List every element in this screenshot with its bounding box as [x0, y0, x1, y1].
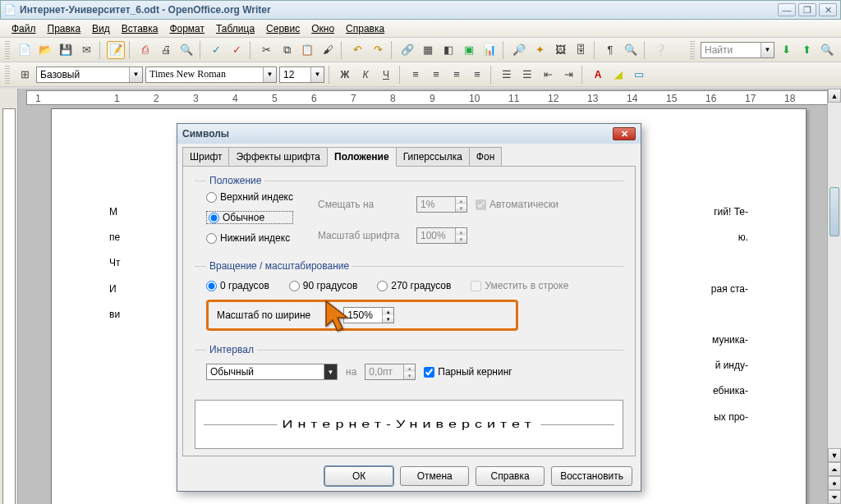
- tab-background[interactable]: Фон: [469, 147, 502, 166]
- menu-tools[interactable]: Сервис: [261, 21, 305, 36]
- cancel-button[interactable]: Отмена: [400, 466, 469, 486]
- align-right-icon[interactable]: ≡: [448, 66, 466, 84]
- align-justify-icon[interactable]: ≡: [468, 66, 486, 84]
- horizontal-ruler[interactable]: 1123456789101112131415161718: [26, 90, 833, 105]
- preview-icon[interactable]: 🔍: [177, 41, 195, 59]
- scroll-down-icon[interactable]: ▼: [828, 448, 841, 462]
- next-page-icon[interactable]: ⏷: [828, 490, 841, 504]
- nav-ball-icon[interactable]: ●: [828, 476, 841, 490]
- font-color-icon[interactable]: А: [589, 66, 607, 84]
- menu-file[interactable]: Файл: [7, 21, 41, 36]
- help-icon[interactable]: ❔: [651, 41, 669, 59]
- table-icon[interactable]: ▦: [419, 41, 437, 59]
- radio-subscript[interactable]: Нижний индекс: [206, 232, 293, 244]
- menu-format[interactable]: Формат: [164, 21, 209, 36]
- zoom-icon[interactable]: 🔍: [622, 41, 640, 59]
- italic-icon[interactable]: К: [356, 66, 375, 84]
- tab-hyperlink[interactable]: Гиперссылка: [396, 147, 470, 166]
- toolbar-grip[interactable]: [5, 41, 10, 59]
- gallery-icon[interactable]: 🖼: [551, 41, 569, 59]
- paragraph-style-combo[interactable]: Базовый ▼: [36, 66, 143, 83]
- font-size-combo[interactable]: 12 ▼: [279, 66, 324, 83]
- indent-inc-icon[interactable]: ⇥: [559, 66, 577, 84]
- toolbar-grip-2[interactable]: [5, 66, 10, 84]
- radio-normal[interactable]: Обычное: [206, 211, 293, 224]
- align-left-icon[interactable]: ≡: [407, 66, 425, 84]
- pdf-icon[interactable]: ⎙: [136, 41, 154, 59]
- edit-icon[interactable]: 📝: [107, 41, 125, 59]
- highlight-icon[interactable]: ◢: [609, 66, 627, 84]
- chevron-down-icon[interactable]: ▼: [263, 67, 276, 82]
- datasource-icon[interactable]: 🗄: [572, 41, 590, 59]
- spacing-combo[interactable]: Обычный ▼: [206, 364, 338, 380]
- chevron-down-icon[interactable]: ▼: [310, 67, 324, 82]
- chevron-down-icon[interactable]: ▼: [761, 43, 774, 57]
- find-close-icon[interactable]: 🔍: [818, 41, 836, 59]
- bgcolor-icon[interactable]: ▭: [630, 66, 648, 84]
- chevron-down-icon[interactable]: ▼: [324, 364, 337, 379]
- bold-icon[interactable]: Ж: [336, 66, 354, 84]
- scalewidth-spinner[interactable]: 150%▲▼: [343, 307, 394, 323]
- autocheck-icon[interactable]: ✓: [227, 41, 246, 59]
- menu-table[interactable]: Таблица: [211, 21, 260, 36]
- radio-90deg[interactable]: 90 градусов: [289, 280, 357, 291]
- vertical-scrollbar[interactable]: ▲ ▼ ⏶ ● ⏷: [827, 89, 841, 504]
- paste-icon[interactable]: 📋: [298, 41, 316, 59]
- close-button[interactable]: ✕: [819, 3, 837, 16]
- menu-insert[interactable]: Вставка: [117, 21, 163, 36]
- radio-0deg[interactable]: 0 градусов: [206, 280, 269, 291]
- new-doc-icon[interactable]: 📄: [16, 41, 34, 59]
- ok-button[interactable]: ОК: [324, 466, 393, 486]
- save-icon[interactable]: 💾: [57, 41, 75, 59]
- align-center-icon[interactable]: ≡: [427, 66, 445, 84]
- brush-icon[interactable]: 🖌: [319, 41, 337, 59]
- tab-position[interactable]: Положение: [327, 147, 397, 167]
- styles-icon[interactable]: ⊞: [16, 66, 34, 84]
- radio-superscript[interactable]: Верхний индекс: [206, 191, 293, 203]
- numbering-icon[interactable]: ☰: [498, 66, 516, 84]
- underline-icon[interactable]: Ч: [377, 66, 395, 84]
- font-name-combo[interactable]: Times New Roman ▼: [145, 66, 277, 83]
- chart-icon[interactable]: 📊: [480, 41, 499, 59]
- dialog-close-button[interactable]: ✕: [613, 127, 636, 140]
- nonprint-icon[interactable]: ¶: [601, 41, 619, 59]
- tab-font[interactable]: Шрифт: [182, 147, 229, 166]
- copy-icon[interactable]: ⧉: [278, 41, 296, 59]
- print-icon[interactable]: 🖨: [157, 41, 175, 59]
- find-grip[interactable]: [690, 41, 695, 59]
- menu-view[interactable]: Вид: [87, 21, 115, 36]
- scroll-up-icon[interactable]: ▲: [828, 89, 841, 103]
- checkbox-pair-kerning[interactable]: Парный кернинг: [424, 366, 512, 378]
- indent-dec-icon[interactable]: ⇤: [539, 66, 557, 84]
- menu-window[interactable]: Окно: [306, 21, 339, 36]
- help-button[interactable]: Справка: [476, 466, 545, 486]
- maximize-button[interactable]: ❐: [798, 3, 816, 16]
- undo-icon[interactable]: ↶: [348, 41, 366, 59]
- email-icon[interactable]: ✉: [77, 41, 95, 59]
- spinner-buttons[interactable]: ▲▼: [382, 308, 393, 323]
- scroll-thumb[interactable]: [830, 187, 839, 236]
- find-prev-icon[interactable]: ⬆: [797, 41, 816, 59]
- bullets-icon[interactable]: ☰: [518, 66, 536, 84]
- cut-icon[interactable]: ✂: [257, 41, 275, 59]
- prev-page-icon[interactable]: ⏶: [828, 462, 841, 476]
- menu-edit[interactable]: Правка: [43, 21, 86, 36]
- chevron-down-icon[interactable]: ▼: [129, 67, 142, 82]
- dialog-titlebar[interactable]: Символы ✕: [177, 124, 641, 144]
- find-next-icon[interactable]: ⬇: [777, 41, 795, 59]
- hyperlink-icon[interactable]: 🔗: [398, 41, 416, 59]
- open-icon[interactable]: 📂: [36, 41, 54, 59]
- redo-icon[interactable]: ↷: [369, 41, 387, 59]
- tab-font-effects[interactable]: Эффекты шрифта: [228, 147, 328, 166]
- spellcheck-icon[interactable]: ✓: [207, 41, 225, 59]
- menu-help[interactable]: Справка: [341, 21, 389, 36]
- minimize-button[interactable]: —: [778, 3, 796, 16]
- find-combo[interactable]: Найти ▼: [701, 42, 774, 58]
- record-icon[interactable]: ▣: [460, 41, 478, 59]
- find-icon[interactable]: 🔎: [510, 41, 528, 59]
- draw-icon[interactable]: ◧: [439, 41, 457, 59]
- reset-button[interactable]: Восстановить: [551, 466, 632, 486]
- navigator-icon[interactable]: ✦: [531, 41, 549, 59]
- vertical-ruler[interactable]: [2, 108, 16, 504]
- radio-270deg[interactable]: 270 градусов: [377, 280, 451, 291]
